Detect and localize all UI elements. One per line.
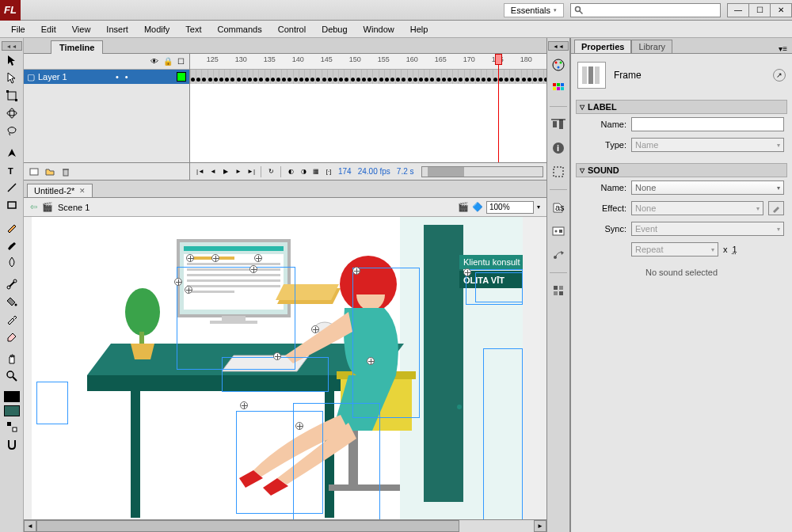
panel-menu-icon[interactable]: ▾≡ [779, 44, 787, 53]
zoom-tool[interactable] [2, 367, 21, 385]
onion-outline-button[interactable]: ◑ [298, 166, 309, 177]
outline-icon[interactable]: ☐ [177, 57, 185, 66]
menu-window[interactable]: Window [356, 22, 402, 36]
scroll-right-button[interactable]: ► [534, 520, 546, 532]
timeline-tab[interactable]: Timeline [51, 40, 103, 54]
loop-button[interactable]: ↻ [265, 166, 276, 177]
search-box[interactable] [570, 3, 721, 17]
playhead[interactable] [498, 54, 499, 162]
line-tool[interactable] [2, 179, 21, 196]
lasso-tool[interactable] [2, 122, 21, 139]
anchor-point[interactable] [186, 254, 194, 262]
stage-area[interactable]: Klientu konsult OLITA VĪT [24, 217, 546, 519]
subselection-tool[interactable] [2, 70, 21, 87]
current-frame[interactable]: 174 [338, 167, 352, 176]
menu-view[interactable]: View [64, 22, 99, 36]
selection-box[interactable] [483, 348, 523, 519]
anchor-point[interactable] [185, 286, 192, 294]
sound-name-select[interactable]: None [631, 180, 784, 195]
minimize-button[interactable]: — [727, 3, 749, 17]
search-input[interactable] [587, 6, 717, 15]
anchor-point[interactable] [174, 278, 182, 286]
3d-rotation-tool[interactable] [2, 104, 21, 122]
lock-icon[interactable]: 🔒 [163, 57, 173, 66]
sound-effect-select[interactable]: None [631, 201, 763, 215]
sound-sync-select[interactable]: Event [631, 222, 784, 236]
info-panel-icon[interactable]: i [549, 139, 568, 158]
eye-icon[interactable]: 👁 [150, 57, 158, 66]
repeat-select[interactable]: Repeat [631, 242, 718, 256]
anchor-point[interactable] [240, 401, 248, 409]
fill-color-swatch[interactable] [4, 405, 20, 416]
align-panel-icon[interactable] [549, 115, 568, 134]
paint-bucket-tool[interactable] [2, 293, 21, 310]
new-layer-button[interactable] [27, 165, 41, 178]
hand-tool[interactable] [2, 350, 21, 367]
rectangle-tool[interactable] [2, 196, 21, 214]
delete-layer-button[interactable] [59, 165, 73, 178]
back-arrow-icon[interactable]: ⇦ [30, 202, 37, 212]
frame-row[interactable] [190, 70, 546, 84]
document-tab[interactable]: Untitled-2* ✕ [27, 184, 93, 197]
zoom-dropdown-icon[interactable]: ▾ [537, 203, 540, 211]
menu-insert[interactable]: Insert [98, 22, 136, 36]
label-section-head[interactable]: LABEL [576, 100, 787, 114]
transform-panel-icon[interactable] [549, 162, 568, 181]
onion-skin-button[interactable]: ◐ [285, 166, 296, 177]
anchor-point[interactable] [311, 325, 319, 333]
pen-tool[interactable] [2, 144, 21, 162]
motion-presets-icon[interactable] [549, 245, 568, 264]
workspace-switcher[interactable]: Essentials [504, 3, 564, 17]
properties-tab[interactable]: Properties [574, 40, 631, 53]
code-snippets-icon[interactable]: as [549, 198, 568, 217]
play-button[interactable]: ▶ [220, 166, 231, 177]
first-frame-button[interactable]: |◄ [195, 166, 206, 177]
deco-tool[interactable] [2, 253, 21, 271]
instance-link-icon[interactable]: ↗ [773, 69, 786, 82]
timeline-frames[interactable]: 125130135140145150155160165170175180185 [190, 54, 546, 162]
project-panel-icon[interactable] [549, 281, 568, 300]
menu-debug[interactable]: Debug [314, 22, 355, 36]
selection-tool[interactable] [2, 52, 21, 70]
timeline-ruler[interactable]: 125130135140145150155160165170175180185 [190, 54, 546, 70]
snap-toggle[interactable] [2, 435, 21, 453]
prev-frame-button[interactable]: ◄ [208, 166, 219, 177]
anchor-point[interactable] [273, 352, 281, 360]
anchor-point[interactable] [295, 422, 303, 430]
bone-tool[interactable] [2, 276, 21, 293]
close-tab-icon[interactable]: ✕ [79, 187, 86, 195]
components-panel-icon[interactable] [549, 222, 568, 241]
stage[interactable]: Klientu konsult OLITA VĪT [32, 225, 523, 519]
timeline-scrollbar[interactable] [421, 166, 543, 177]
selection-box[interactable] [475, 272, 523, 302]
menu-modify[interactable]: Modify [136, 22, 177, 36]
menu-commands[interactable]: Commands [209, 22, 269, 36]
selection-box[interactable] [36, 382, 68, 424]
new-folder-button[interactable] [43, 165, 57, 178]
swap-colors[interactable] [2, 418, 21, 435]
onion-markers-button[interactable]: [·] [323, 166, 334, 177]
selection-box[interactable] [222, 357, 329, 392]
anchor-point[interactable] [367, 357, 375, 365]
sound-section-head[interactable]: SOUND [576, 163, 787, 177]
menu-file[interactable]: File [3, 22, 33, 36]
close-button[interactable]: ✕ [770, 3, 792, 17]
dock-collapse[interactable]: ◄◄ [548, 41, 569, 51]
edit-scene-icon[interactable]: 🎬 [458, 202, 469, 212]
menu-control[interactable]: Control [270, 22, 314, 36]
anchor-point[interactable] [254, 254, 262, 262]
next-frame-button[interactable]: ► [233, 166, 244, 177]
label-name-input[interactable] [631, 117, 784, 131]
selection-box[interactable] [352, 268, 420, 418]
last-frame-button[interactable]: ►| [246, 166, 257, 177]
pencil-tool[interactable] [2, 218, 21, 236]
maximize-button[interactable]: ☐ [748, 3, 771, 17]
edit-effect-button[interactable] [768, 201, 784, 215]
anchor-point[interactable] [352, 267, 360, 275]
edit-symbol-icon[interactable]: 🔷 [472, 202, 483, 212]
eyedropper-tool[interactable] [2, 310, 21, 328]
anchor-point[interactable] [211, 254, 219, 262]
eraser-tool[interactable] [2, 328, 21, 345]
menu-text[interactable]: Text [177, 22, 209, 36]
edit-multiple-button[interactable]: ▦ [310, 166, 322, 177]
